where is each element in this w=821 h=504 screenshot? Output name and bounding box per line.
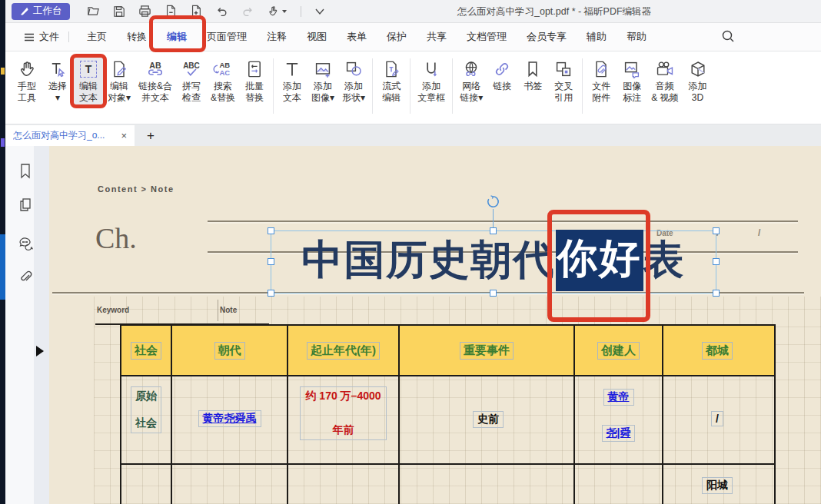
rotation-handle-icon[interactable]	[487, 195, 500, 211]
insert-page-icon[interactable]	[190, 5, 202, 18]
tool-hand[interactable]: 手型 工具	[12, 56, 42, 105]
bookmarks-panel-icon[interactable]	[18, 163, 33, 183]
document-tab[interactable]: 怎么面对高中学习_o... ×	[5, 125, 135, 146]
hand-mode-icon[interactable]	[268, 5, 288, 18]
menu-item-help[interactable]: 帮助	[617, 23, 656, 51]
tool-link-merge-text[interactable]: AB 链接&合 并文本	[135, 56, 176, 105]
attachments-panel-icon[interactable]	[18, 269, 33, 289]
tool-audio-video[interactable]: 音频 & 视频	[647, 56, 682, 105]
tabbar: 怎么面对高中学习_o... × +	[5, 124, 821, 146]
table-cell-event[interactable]: 史前	[473, 411, 504, 428]
undo-icon[interactable]	[215, 5, 228, 18]
extract-page-icon[interactable]	[165, 5, 177, 18]
menu-item-edit[interactable]: 编辑	[157, 23, 197, 51]
table-cell-founder-link[interactable]: 尧|舜	[602, 425, 636, 442]
header-cell[interactable]: 都城	[702, 342, 733, 360]
quill-icon	[19, 6, 29, 16]
tool-select[interactable]: 选择 ▾	[42, 56, 73, 105]
edge-fragment	[1, 138, 5, 147]
page-title-text[interactable]: 中国历史朝代你好表	[271, 228, 716, 293]
web-link-icon	[462, 58, 480, 81]
tool-add-image[interactable]: 添加 图像▾	[307, 56, 338, 105]
header-cell[interactable]: 起止年代(年)	[307, 342, 380, 360]
tool-flow-edit[interactable]: 流式 编辑	[376, 56, 407, 105]
tool-spell-check[interactable]: ABC 拼写 检查	[176, 56, 207, 105]
menu-item-convert[interactable]: 转换	[117, 23, 157, 51]
link-merge-icon: AB	[145, 58, 165, 81]
table-cell-capital[interactable]: /	[711, 411, 723, 426]
resize-handle-ne[interactable]	[713, 227, 720, 234]
menu-item-doc-management[interactable]: 文档管理	[457, 23, 517, 51]
new-tab-button[interactable]: +	[147, 126, 155, 146]
edge-fragment	[0, 234, 5, 300]
tool-cross-reference[interactable]: 交叉 引用	[548, 56, 579, 105]
keyword-label: Keyword	[97, 306, 129, 314]
pages-panel-icon[interactable]	[18, 197, 33, 217]
menu-item-label: 文件	[39, 30, 59, 44]
header-cell[interactable]: 社会	[131, 342, 161, 360]
menu-item-form[interactable]: 表单	[337, 23, 377, 51]
table-cell-founder-link[interactable]: 黄帝	[603, 389, 634, 406]
resize-handle-sw[interactable]	[268, 290, 274, 297]
edge-fragment	[1, 68, 5, 75]
more-tools-icon[interactable]	[314, 8, 325, 15]
menu-item-home[interactable]: 主页	[77, 23, 117, 51]
panel-edge	[34, 146, 49, 504]
search-replace-icon: ABAC	[213, 58, 233, 81]
tool-batch-replace[interactable]: 批量 替换	[239, 56, 270, 105]
table-cell-society[interactable]: 原始社会	[131, 386, 161, 433]
menu-item-share[interactable]: 共享	[417, 23, 457, 51]
attachment-icon	[592, 58, 610, 81]
menu-item-file[interactable]: 文件	[21, 30, 62, 44]
table-row: 阳城	[121, 463, 774, 504]
open-file-icon[interactable]	[87, 5, 100, 18]
resize-handle-nw[interactable]	[268, 227, 274, 234]
text-edit-bounding-box[interactable]: 中国历史朝代你好表	[271, 230, 716, 293]
menu-item-membership[interactable]: 会员专享	[517, 23, 577, 51]
tool-add-shape[interactable]: 添加 形状▾	[338, 56, 369, 105]
dropdown-caret	[281, 9, 288, 14]
workspace-button[interactable]: 工作台	[12, 3, 70, 20]
save-icon[interactable]	[113, 5, 125, 18]
tool-image-annotation[interactable]: 图像 标注	[617, 56, 647, 105]
resize-handle-s[interactable]	[490, 290, 497, 297]
tool-add-text[interactable]: 添加 文本	[277, 56, 307, 105]
link-icon	[493, 58, 511, 81]
header-cell[interactable]: 创建人	[597, 342, 640, 360]
tool-file-attachment[interactable]: 文件 附件	[586, 56, 617, 105]
tool-search-replace[interactable]: ABAC 搜索 &替换	[207, 56, 239, 105]
resize-handle-n[interactable]	[490, 227, 497, 234]
tool-bookmark[interactable]: 书签	[517, 56, 548, 94]
comments-panel-icon[interactable]	[18, 235, 35, 254]
tool-web-link[interactable]: 网络 链接▾	[456, 56, 487, 105]
search-icon[interactable]	[721, 29, 735, 45]
document-title: 怎么面对高中学习_opt.pdf * - 福昕PDF编辑器	[457, 0, 651, 23]
table-cell-period[interactable]: 约 170 万–4000年前	[300, 386, 386, 440]
video-camera-icon	[655, 58, 675, 81]
app-window: 工作台 怎么面对高中学习_opt.pdf * - 福昕PDF编辑器 文件 主页	[0, 0, 821, 504]
tool-add-article-box[interactable]: 添加 文章框	[414, 56, 449, 105]
menu-item-accessibility[interactable]: 辅助	[577, 23, 617, 51]
tool-edit-text[interactable]: T 编辑 文本	[73, 56, 104, 105]
redo-icon[interactable]	[241, 5, 254, 18]
resize-handle-w[interactable]	[268, 258, 274, 265]
menu-item-protect[interactable]: 保护	[377, 23, 417, 51]
header-cell[interactable]: 重要事件	[460, 342, 514, 360]
hamburger-icon	[24, 33, 35, 41]
tool-edit-object[interactable]: 编辑 对象▾	[104, 56, 135, 105]
print-icon[interactable]	[138, 5, 151, 18]
resize-handle-e[interactable]	[713, 258, 720, 265]
expand-panel-arrow[interactable]	[36, 346, 44, 356]
tool-link[interactable]: 链接	[487, 56, 517, 94]
menu-item-page-management[interactable]: 页面管理	[197, 23, 257, 51]
header-cell[interactable]: 朝代	[214, 342, 245, 360]
toolbar-separator	[452, 58, 453, 114]
tab-close-icon[interactable]: ×	[121, 130, 127, 141]
menu-item-view[interactable]: 视图	[297, 23, 337, 51]
menu-item-comment[interactable]: 注释	[257, 23, 297, 51]
table-cell-dynasty-link[interactable]: 黄帝尧舜禹	[198, 410, 261, 427]
tool-add-3d[interactable]: 添加 3D	[683, 56, 713, 105]
table-cell-capital[interactable]: 阳城	[702, 477, 733, 494]
toolbar-separator	[273, 58, 274, 114]
resize-handle-se[interactable]	[713, 290, 720, 297]
